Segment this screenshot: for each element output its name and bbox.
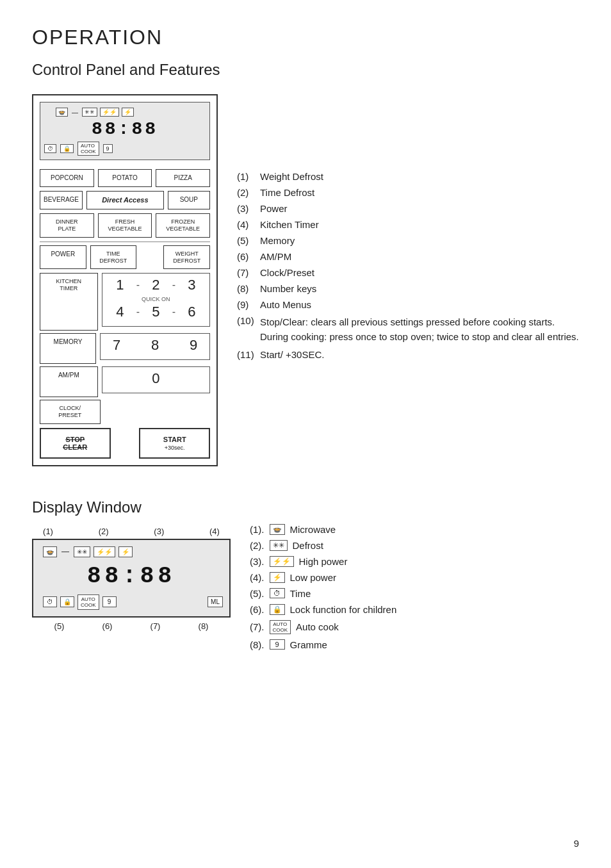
display-feat-2: (2). ✳✳ Defrost	[250, 540, 579, 551]
feat-num-5: (5)	[237, 235, 255, 246]
dw-icon-dash: —	[60, 547, 70, 556]
feat-label-5: Memory	[260, 235, 295, 246]
display-feat-4: (4). ⚡ Low power	[250, 572, 579, 583]
display-icon-autocook: AUTOCOOK	[270, 620, 291, 634]
btn-stop-label: STOP	[65, 436, 85, 443]
btn-popcorn[interactable]: POPCORN	[40, 169, 94, 187]
display-feat-label-7: Auto cook	[296, 621, 339, 632]
feat-num-8: (8)	[237, 283, 255, 294]
display-callouts-bottom: (5) (6) (7) (8)	[32, 621, 231, 631]
numpad-row2: 4 - 5 - 6	[106, 304, 206, 320]
panel-icon-lowpower: ⚡	[122, 108, 134, 117]
display-callouts-top: (1) (2) (3) (4)	[32, 527, 231, 536]
btn-dinner-plate[interactable]: DINNERPLATE	[40, 213, 94, 238]
numpad-5[interactable]: 5	[143, 304, 168, 320]
display-feat-label-8: Gramme	[290, 639, 327, 650]
dw-icons-top: 🍲 — ✳✳ ⚡⚡ ⚡	[40, 546, 223, 557]
panel-icon-lock: 🔒	[60, 144, 74, 153]
callout-3: (3)	[149, 527, 168, 536]
panel-icon-autocook: AUTOCOOK	[77, 142, 99, 156]
dw-icon-highpower: ⚡⚡	[94, 546, 115, 557]
display-diagram-outer: Display Window (1) (2) (3) (4) 🍲 — ✳✳ ⚡⚡…	[32, 498, 231, 655]
display-feat-6: (6). 🔒 Lock function for children	[250, 604, 579, 615]
numpad-4[interactable]: 4	[107, 304, 133, 320]
btn-time-defrost[interactable]: TIMEDEFROST	[90, 245, 137, 270]
section-title: Control Panel and Features	[32, 61, 579, 79]
spacer1	[140, 245, 159, 270]
display-icon-lowpower: ⚡	[270, 572, 285, 583]
numpad-row4: 0	[106, 370, 206, 387]
btn-potato[interactable]: POTATO	[98, 169, 152, 187]
display-feat-num-7: (7).	[250, 621, 265, 632]
display-icon-lock: 🔒	[270, 604, 285, 615]
numpad-7[interactable]: 7	[104, 337, 129, 354]
display-feat-label-2: Defrost	[293, 540, 323, 551]
feature-6: (6) AM/PM	[237, 251, 579, 262]
feat-label-10: Stop/Clear: clears all previous settings…	[260, 315, 579, 344]
btn-frozen-veg[interactable]: FROZENVEGETABLE	[156, 213, 210, 238]
btn-memory[interactable]: MEMORY	[40, 333, 96, 364]
panel-display-icons-top: 🍲 — ✳✳ ⚡⚡ ⚡	[44, 108, 206, 117]
numpad-8[interactable]: 8	[142, 337, 168, 354]
display-feat-num-3: (3).	[250, 556, 265, 567]
feature-9: (9) Auto Menus	[237, 299, 579, 310]
top-section: 🍲 — ✳✳ ⚡⚡ ⚡ 88:88 ⏱ 🔒 AUTOCOOK 9 POPCORN…	[32, 94, 579, 466]
feature-2: (2) Time Defrost	[237, 187, 579, 198]
btn-clock-preset[interactable]: CLOCK/PRESET	[40, 400, 101, 424]
panel-numpad: 1 - 2 - 3 QUICK ON 4 - 5 - 6	[102, 273, 210, 327]
feature-8: (8) Number keys	[237, 283, 579, 294]
numpad-9[interactable]: 9	[181, 337, 206, 354]
feat-label-7: Clock/Preset	[260, 267, 314, 278]
display-feat-label-6: Lock function for children	[290, 604, 397, 615]
feat-label-11: Start/ +30SEC.	[260, 349, 324, 360]
dw-icon-time: ⏱	[43, 596, 57, 607]
btn-fresh-veg[interactable]: FRESHVEGETABLE	[98, 213, 152, 238]
display-feat-label-4: Low power	[290, 572, 337, 583]
page-number: 9	[574, 838, 579, 849]
dw-icon-microwave: 🍲	[43, 546, 57, 557]
panel-display-digits: 88:88	[44, 119, 206, 139]
feat-num-4: (4)	[237, 219, 255, 230]
panel-bottom-row: STOP CLEAR START +30sec.	[40, 428, 210, 459]
btn-kitchen-timer[interactable]: KITCHENTIMER	[40, 273, 98, 331]
btn-start[interactable]: START +30sec.	[139, 428, 210, 459]
btn-power[interactable]: POWER	[40, 245, 86, 270]
btn-pizza[interactable]: PIZZA	[156, 169, 210, 187]
display-feat-8: (8). 9 Gramme	[250, 639, 579, 650]
numpad-row3: 7 8 9	[104, 337, 206, 354]
callout-7: (7)	[146, 621, 165, 631]
dw-digits: 88:88	[40, 561, 223, 592]
feat-label-1: Weight Defrost	[260, 171, 323, 182]
callout-2: (2)	[94, 527, 113, 536]
numpad-1[interactable]: 1	[107, 277, 133, 293]
feat-label-2: Time Defrost	[260, 187, 314, 198]
numpad-3[interactable]: 3	[179, 277, 204, 293]
btn-stop-clear[interactable]: STOP CLEAR	[40, 428, 111, 459]
btn-direct-access[interactable]: Direct Access	[86, 191, 164, 209]
feat-num-7: (7)	[237, 267, 255, 278]
display-window-box: 🍲 — ✳✳ ⚡⚡ ⚡ 88:88 ⏱ 🔒 AUTOCOOK 9 ML	[32, 539, 231, 618]
panel-icon-9: 9	[103, 144, 113, 153]
numpad-0[interactable]: 0	[143, 370, 168, 387]
btn-weight-defrost[interactable]: WEIGHTDEFROST	[163, 245, 210, 270]
numpad-6[interactable]: 6	[179, 304, 204, 320]
btn-clear-label: CLEAR	[63, 443, 87, 451]
btn-soup[interactable]: SOUP	[168, 191, 210, 209]
btn-beverage[interactable]: BEVERAGE	[40, 191, 83, 209]
numpad-2[interactable]: 2	[143, 277, 168, 293]
display-feat-num-4: (4).	[250, 572, 265, 583]
feat-label-6: AM/PM	[260, 251, 291, 262]
display-icon-defrost: ✳✳	[270, 540, 288, 551]
feat-num-6: (6)	[237, 251, 255, 262]
display-feat-label-5: Time	[290, 588, 311, 599]
btn-ampm[interactable]: AM/PM	[40, 366, 98, 397]
panel-row1: POPCORN POTATO PIZZA	[40, 169, 210, 187]
feat-num-3: (3)	[237, 203, 255, 214]
dw-icon-autocook: AUTOCOOK	[77, 594, 99, 610]
display-feat-num-6: (6).	[250, 604, 265, 615]
display-section: Display Window (1) (2) (3) (4) 🍲 — ✳✳ ⚡⚡…	[32, 498, 579, 655]
feature-11: (11) Start/ +30SEC.	[237, 349, 579, 360]
display-feat-label-3: High power	[299, 556, 348, 567]
panel-numpad2: 7 8 9	[100, 333, 210, 360]
feature-4: (4) Kitchen Timer	[237, 219, 579, 230]
